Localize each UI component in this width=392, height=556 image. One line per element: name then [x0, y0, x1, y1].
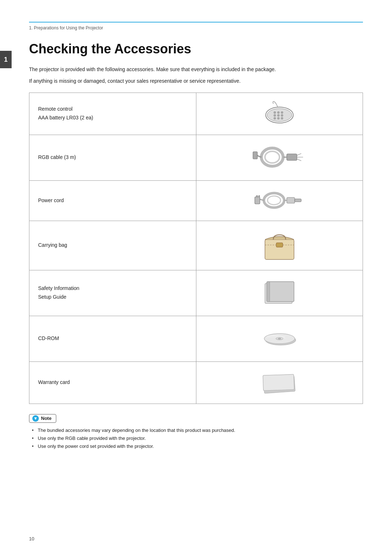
note-label: Note	[41, 416, 52, 421]
svg-rect-13	[287, 154, 297, 160]
item-label: Safety InformationSetup Guide	[29, 270, 196, 316]
item-image-documents	[196, 270, 363, 316]
item-label: Remote controlAAA battery LR03 (2 ea)	[29, 93, 196, 135]
svg-rect-32	[267, 282, 270, 302]
note-item-2: Use only the RGB cable provided with the…	[32, 434, 363, 442]
svg-line-17	[297, 159, 301, 161]
top-rule	[29, 22, 363, 23]
svg-point-12	[265, 151, 279, 163]
note-icon: ▼	[32, 415, 39, 422]
table-row: CD-ROM	[29, 316, 363, 361]
svg-point-20	[268, 196, 281, 205]
svg-point-2	[274, 111, 276, 114]
note-item-3: Use only the power cord set provided wit…	[32, 442, 363, 450]
documents-icon	[256, 276, 303, 309]
item-image-remote	[196, 93, 363, 135]
item-label: RGB cable (3 m)	[29, 135, 196, 180]
table-row: Carrying bag	[29, 221, 363, 270]
svg-rect-29	[276, 243, 283, 247]
svg-rect-31	[267, 282, 294, 302]
note-section: ▼ Note The bundled accessories may vary …	[29, 414, 363, 450]
intro-paragraph-1: The projector is provided with the follo…	[29, 65, 363, 73]
item-image-power-cord	[196, 180, 363, 221]
intro-paragraph-2: If anything is missing or damaged, conta…	[29, 77, 363, 85]
svg-rect-27	[265, 240, 294, 259]
note-list: The bundled accessories may vary dependi…	[32, 426, 363, 450]
svg-rect-23	[295, 199, 301, 202]
page-tab: 1	[0, 51, 12, 68]
carrying-bag-icon	[260, 227, 299, 263]
item-label: Carrying bag	[29, 221, 196, 270]
svg-line-15	[297, 154, 301, 155]
svg-point-10	[281, 117, 283, 119]
item-label: CD-ROM	[29, 316, 196, 361]
svg-point-4	[281, 111, 283, 114]
accessories-table: Remote controlAAA battery LR03 (2 ea)	[29, 93, 363, 404]
svg-rect-24	[255, 197, 260, 204]
svg-rect-38	[263, 374, 294, 391]
rgb-cable-icon	[252, 141, 307, 173]
svg-point-3	[277, 111, 279, 114]
item-image-carrying-bag	[196, 221, 363, 270]
svg-rect-21	[287, 197, 295, 203]
main-content: Checking the Accessories The projector i…	[29, 30, 363, 450]
svg-rect-25	[256, 195, 258, 197]
note-header: ▼ Note	[29, 414, 56, 423]
svg-point-9	[277, 117, 279, 119]
cdrom-icon	[256, 322, 303, 355]
item-image-rgb-cable	[196, 135, 363, 180]
page-title: Checking the Accessories	[29, 41, 363, 57]
note-item-1: The bundled accessories may vary dependi…	[32, 426, 363, 434]
table-row: Power cord	[29, 180, 363, 221]
item-label: Warranty card	[29, 361, 196, 404]
breadcrumb: 1. Preparations for Using the Projector	[29, 25, 363, 30]
svg-rect-18	[253, 152, 257, 159]
remote-control-icon	[256, 99, 303, 128]
svg-point-19	[264, 193, 284, 208]
svg-point-8	[274, 117, 276, 119]
item-label: Power cord	[29, 180, 196, 221]
svg-point-36	[278, 338, 281, 339]
item-image-cdrom	[196, 316, 363, 361]
power-cord-icon	[254, 187, 305, 214]
warranty-card-icon	[256, 368, 303, 397]
svg-point-6	[277, 114, 279, 116]
table-row: Remote controlAAA battery LR03 (2 ea)	[29, 93, 363, 135]
svg-point-5	[274, 114, 276, 116]
table-row: RGB cable (3 m)	[29, 135, 363, 180]
page-number: 10	[29, 536, 34, 541]
table-row: Warranty card	[29, 361, 363, 404]
svg-point-7	[281, 114, 283, 116]
item-image-warranty	[196, 361, 363, 404]
table-row: Safety InformationSetup Guide	[29, 270, 363, 316]
svg-rect-26	[258, 195, 260, 197]
